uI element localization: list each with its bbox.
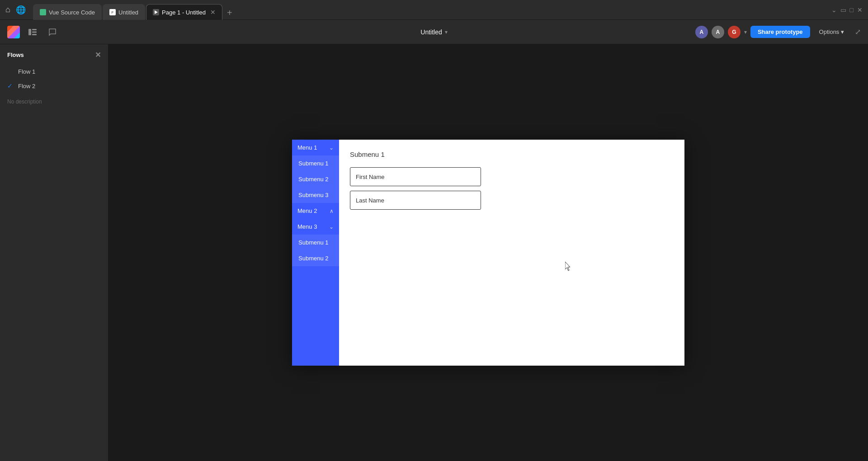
- prototype-content: Submenu 1 First Name Last Name: [339, 140, 684, 366]
- window-minimize-icon[interactable]: ⌄: [831, 6, 837, 14]
- prototype-menu: Menu 1 ⌄ Submenu 1 Submenu 2 Submenu 3 M…: [292, 140, 339, 366]
- sidebar-title: Flows: [7, 52, 24, 58]
- project-name[interactable]: Untitled: [420, 28, 442, 36]
- svg-rect-3: [32, 34, 37, 35]
- proto-menu-item-menu2[interactable]: Menu 2 ∧: [292, 203, 339, 219]
- window-close-icon[interactable]: ✕: [857, 6, 863, 14]
- tab-label-page1: Page 1 - Untitled: [162, 9, 206, 16]
- browser-globe-icon[interactable]: 🌐: [16, 5, 26, 15]
- sidebar-toggle-icon: [28, 29, 37, 35]
- tab-favicon-play: [153, 9, 159, 15]
- browser-home-icon[interactable]: ⌂: [5, 5, 10, 14]
- no-description: No description: [0, 93, 108, 110]
- options-dropdown-icon: ▾: [841, 28, 844, 35]
- avatar-a2[interactable]: A: [712, 26, 724, 38]
- sidebar-item-flow1[interactable]: Flow 1: [0, 65, 108, 79]
- tab-untitled[interactable]: F Untitled: [103, 4, 145, 20]
- proto-submenu2b-label: Submenu 2: [298, 255, 329, 262]
- header-right: A A G ▾ Share prototype Options ▾ ⤢: [695, 26, 868, 38]
- expand-icon[interactable]: ⤢: [855, 28, 861, 36]
- proto-menu2-label: Menu 2: [297, 207, 317, 214]
- last-name-input[interactable]: Last Name: [350, 191, 481, 210]
- svg-rect-1: [32, 29, 37, 30]
- sidebar-close-button[interactable]: ✕: [95, 51, 101, 59]
- avatar-dropdown-icon[interactable]: ▾: [744, 29, 747, 35]
- flow2-label: Flow 2: [18, 83, 35, 89]
- add-tab-button[interactable]: +: [223, 6, 236, 20]
- proto-menu2-chevron: ∧: [330, 208, 334, 214]
- proto-submenu1b[interactable]: Submenu 1: [292, 235, 339, 250]
- window-restore-icon[interactable]: ▭: [840, 6, 846, 14]
- tab-label-vue: Vue Source Code: [49, 9, 95, 16]
- proto-submenu1a[interactable]: Submenu 1: [292, 155, 339, 171]
- tab-favicon-vue: [40, 9, 46, 15]
- proto-submenu1a-label: Submenu 1: [298, 160, 329, 167]
- svg-rect-2: [32, 31, 37, 33]
- header-center: Untitled ▾: [420, 28, 447, 36]
- avatar-g[interactable]: G: [728, 26, 741, 38]
- tab-vue[interactable]: Vue Source Code: [33, 4, 102, 20]
- window-maximize-icon[interactable]: □: [850, 6, 854, 14]
- project-dropdown-icon[interactable]: ▾: [445, 29, 448, 35]
- proto-menu3-label: Menu 3: [297, 223, 317, 230]
- chat-icon: [48, 28, 57, 36]
- sidebar-toggle-button[interactable]: [25, 25, 40, 39]
- flows-sidebar: Flows ✕ Flow 1 ✓ Flow 2 No description: [0, 44, 108, 461]
- sidebar-header: Flows ✕: [0, 44, 108, 65]
- browser-chrome: ⌂ 🌐 Vue Source Code F Untitled Page 1 - …: [0, 0, 868, 20]
- first-name-label: First Name: [356, 174, 385, 180]
- proto-menu1-chevron: ⌄: [329, 145, 334, 151]
- browser-tabs: Vue Source Code F Untitled Page 1 - Unti…: [33, 0, 828, 20]
- share-prototype-button[interactable]: Share prototype: [750, 26, 810, 38]
- last-name-label: Last Name: [356, 197, 384, 204]
- header-left: [0, 25, 108, 39]
- proto-submenu2a[interactable]: Submenu 2: [292, 171, 339, 187]
- tab-play-icon: [155, 10, 158, 14]
- options-label: Options: [819, 28, 840, 35]
- proto-submenu3a[interactable]: Submenu 3: [292, 187, 339, 203]
- options-button[interactable]: Options ▾: [814, 26, 849, 38]
- proto-menu1-label: Menu 1: [297, 144, 317, 151]
- avatar-a1[interactable]: A: [695, 26, 708, 38]
- content-submenu-title: Submenu 1: [350, 151, 674, 158]
- figma-logo: [7, 26, 20, 38]
- flow2-check-icon: ✓: [7, 82, 14, 89]
- proto-submenu2b[interactable]: Submenu 2: [292, 250, 339, 266]
- chat-button[interactable]: [45, 25, 60, 39]
- flow1-label: Flow 1: [18, 68, 35, 75]
- sidebar-item-flow2[interactable]: ✓ Flow 2: [0, 79, 108, 93]
- tab-page1[interactable]: Page 1 - Untitled ✕: [146, 4, 222, 20]
- app-header: Untitled ▾ A A G ▾ Share prototype Optio…: [0, 20, 868, 44]
- tab-label-untitled: Untitled: [118, 9, 138, 16]
- canvas-area[interactable]: Menu 1 ⌄ Submenu 1 Submenu 2 Submenu 3 M…: [108, 44, 868, 461]
- proto-submenu2a-label: Submenu 2: [298, 176, 329, 183]
- tab-favicon-fig: F: [109, 9, 116, 15]
- proto-submenu1b-label: Submenu 1: [298, 239, 329, 246]
- proto-menu3-chevron: ⌄: [329, 224, 334, 230]
- tab-close-icon[interactable]: ✕: [210, 9, 216, 16]
- main-layout: Flows ✕ Flow 1 ✓ Flow 2 No description M…: [0, 44, 868, 461]
- window-controls: ⌄ ▭ □ ✕: [831, 6, 863, 14]
- proto-menu-item-menu1[interactable]: Menu 1 ⌄: [292, 140, 339, 155]
- svg-rect-0: [28, 29, 31, 35]
- prototype-frame: Menu 1 ⌄ Submenu 1 Submenu 2 Submenu 3 M…: [292, 140, 684, 366]
- proto-menu-item-menu3[interactable]: Menu 3 ⌄: [292, 219, 339, 235]
- proto-submenu3a-label: Submenu 3: [298, 192, 329, 198]
- first-name-input[interactable]: First Name: [350, 167, 481, 186]
